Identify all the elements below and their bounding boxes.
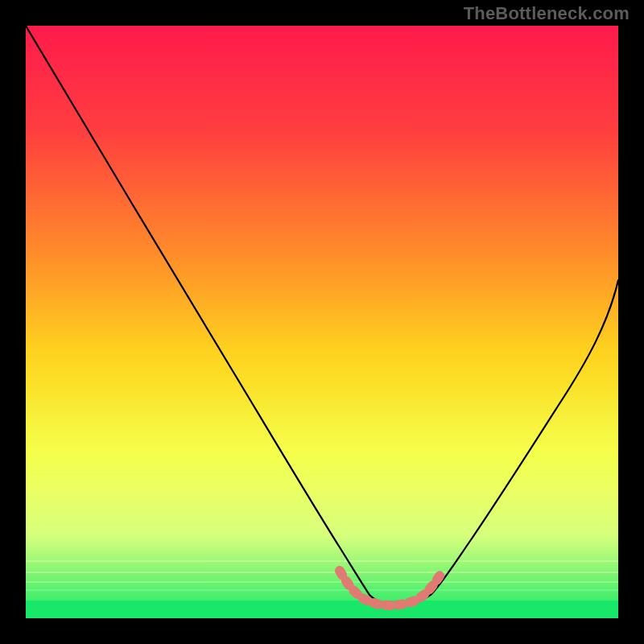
striation-1 bbox=[26, 589, 618, 591]
watermark-text: TheBottleneck.com bbox=[464, 3, 630, 24]
striation-2 bbox=[26, 581, 618, 583]
striation-3 bbox=[26, 572, 618, 573]
striation-4 bbox=[26, 560, 618, 562]
chart-svg bbox=[26, 26, 618, 618]
chart-frame: TheBottleneck.com bbox=[0, 0, 644, 644]
gradient-wash bbox=[26, 26, 618, 618]
green-baseline-band bbox=[26, 601, 618, 618]
plot-area bbox=[26, 26, 618, 618]
